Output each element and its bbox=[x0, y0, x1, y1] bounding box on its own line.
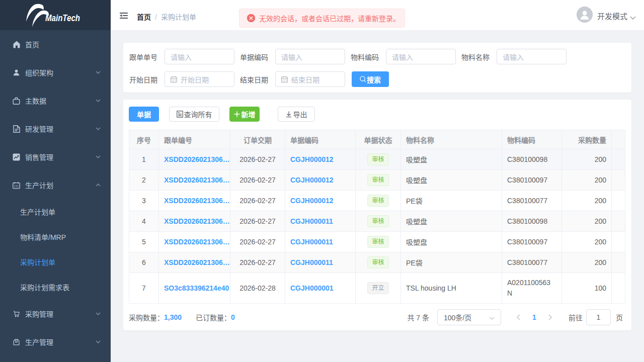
svg-text:MainTech: MainTech bbox=[45, 13, 80, 23]
